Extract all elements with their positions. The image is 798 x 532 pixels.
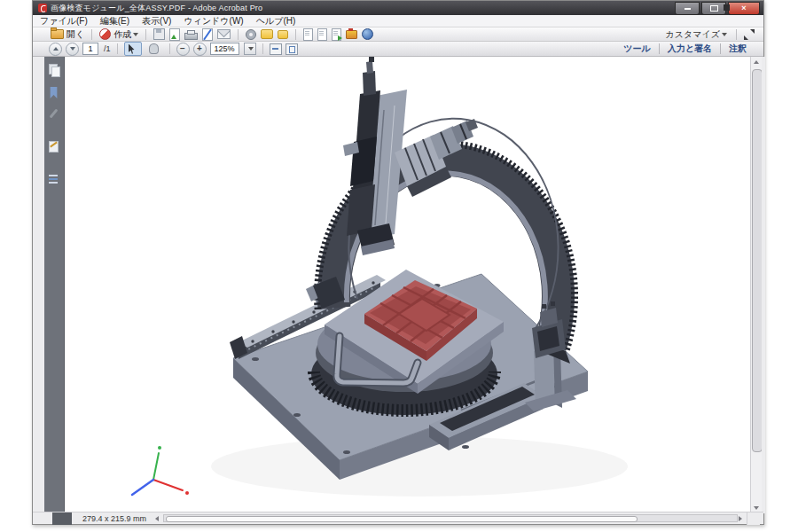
horizontal-scroll-thumb[interactable] [166, 516, 638, 522]
save-icon [153, 28, 165, 40]
zoom-out-icon: − [180, 44, 185, 53]
page-icon [303, 28, 313, 41]
menu-help[interactable]: ヘルプ(H) [256, 15, 296, 27]
open-button[interactable]: 開く [51, 28, 84, 41]
hand-tool-icon [149, 43, 159, 54]
maximize-icon [710, 5, 718, 12]
expand-toolbar-icon[interactable] [744, 29, 755, 40]
toolbar-separator [736, 29, 737, 40]
toolbar-separator [238, 29, 239, 40]
page-total-label: /1 [104, 44, 111, 53]
toolbar-separator [117, 43, 118, 54]
email-icon [217, 29, 231, 39]
vertical-scrollbar[interactable] [750, 57, 762, 513]
menu-corner-icon [724, 4, 730, 11]
gear-icon [246, 29, 256, 40]
open-label: 開く [66, 28, 84, 41]
print-icon [184, 33, 198, 40]
page-tool-button[interactable] [303, 28, 313, 41]
sphere-icon [362, 28, 373, 40]
maximize-button[interactable] [701, 2, 726, 15]
scroll-left-icon[interactable] [155, 516, 159, 521]
menu-edit[interactable]: 編集(E) [100, 15, 129, 27]
settings-button[interactable] [246, 28, 256, 41]
close-button[interactable]: × [728, 2, 760, 15]
comment-panel-button[interactable]: 注釈 [721, 43, 755, 55]
quick-tools-toolbar: 開く 作成 カスタマイズ [33, 27, 763, 42]
minimize-button[interactable] [675, 2, 700, 15]
menu-window[interactable]: ウィンドウ(W) [184, 15, 243, 27]
zoom-in-icon: + [197, 44, 202, 53]
copy-page-icon [317, 28, 327, 41]
fill-sign-panel-button[interactable]: 入力と署名 [660, 43, 720, 55]
print-button[interactable] [184, 28, 198, 41]
page-up-icon [53, 47, 59, 51]
axis-triad [132, 446, 189, 495]
pdf-page-canvas[interactable] [65, 57, 750, 513]
edit-button[interactable] [202, 28, 213, 41]
export-page-button[interactable] [332, 28, 341, 41]
horizontal-scrollbar[interactable] [163, 514, 738, 522]
upload-icon [169, 28, 180, 41]
zoom-in-button[interactable]: + [193, 43, 207, 56]
save-button[interactable] [153, 28, 165, 41]
acrobat-app-icon [38, 4, 47, 12]
next-page-button[interactable] [66, 43, 79, 56]
signatures-icon[interactable] [48, 140, 60, 153]
create-button[interactable]: 作成 [99, 28, 138, 41]
customize-button[interactable]: カスタマイズ [666, 28, 727, 41]
attachments-icon[interactable] [49, 108, 58, 118]
customize-label: カスタマイズ [666, 28, 720, 41]
page-thumbnails-icon[interactable] [48, 64, 60, 76]
toolbar-separator [145, 29, 146, 40]
create-pdf-icon [99, 28, 111, 40]
folder-open-icon [51, 29, 64, 39]
scroll-down-icon[interactable] [754, 506, 759, 510]
acrobat-window: 画像検査モジュール_全体ASSY.PDF - Adobe Acrobat Pro… [32, 0, 764, 525]
status-bar: 279.4 x 215.9 mm [33, 512, 763, 524]
title-bar[interactable]: 画像検査モジュール_全体ASSY.PDF - Adobe Acrobat Pro… [33, 1, 763, 15]
toolbar-separator [91, 29, 92, 40]
toolbar-separator [295, 29, 296, 40]
window-title: 画像検査モジュール_全体ASSY.PDF - Adobe Acrobat Pro [51, 3, 262, 14]
create-label: 作成 [113, 28, 131, 41]
window-frame-left [33, 57, 44, 513]
cad-model-figure [65, 57, 750, 513]
toolbar-separator [169, 43, 170, 54]
zoom-level-input[interactable]: 125% [210, 43, 239, 55]
stamp-button[interactable] [346, 28, 357, 41]
zoom-out-button[interactable]: − [176, 43, 190, 56]
zoom-dropdown-button[interactable] [244, 43, 256, 55]
export-page-icon [332, 28, 341, 41]
sticky-note-icon [261, 29, 273, 39]
scroll-right-icon[interactable] [739, 516, 742, 521]
content-area [33, 57, 763, 513]
highlight-button[interactable] [278, 28, 288, 41]
page-number-input[interactable]: 1 [82, 43, 98, 55]
sphere-button[interactable] [362, 28, 373, 41]
panel-buttons: ツール 入力と署名 注釈 [615, 43, 755, 55]
navigation-pane [44, 57, 65, 513]
chevron-down-icon [248, 47, 254, 51]
upload-button[interactable] [169, 28, 180, 41]
menu-file[interactable]: ファイル(F) [40, 15, 88, 27]
window-frame-right [762, 57, 765, 513]
scroll-up-icon[interactable] [754, 60, 759, 64]
previous-page-button[interactable] [49, 43, 62, 56]
layers-icon[interactable] [48, 174, 60, 186]
minimize-icon [685, 8, 691, 10]
tools-panel-button[interactable]: ツール [615, 43, 658, 55]
fit-width-button[interactable] [270, 43, 282, 55]
edit-document-icon [202, 28, 213, 41]
bookmarks-icon[interactable] [49, 87, 59, 98]
close-icon: × [741, 4, 746, 12]
copy-page-button[interactable] [317, 28, 327, 41]
scrollbar-corner [747, 512, 760, 525]
select-tool-button[interactable] [124, 42, 142, 56]
page-size-label: 279.4 x 215.9 mm [82, 514, 146, 523]
email-button[interactable] [217, 28, 231, 41]
fit-page-button[interactable] [286, 43, 298, 55]
hand-tool-button[interactable] [145, 42, 163, 56]
menu-view[interactable]: 表示(V) [142, 15, 171, 27]
sticky-note-button[interactable] [261, 28, 273, 41]
